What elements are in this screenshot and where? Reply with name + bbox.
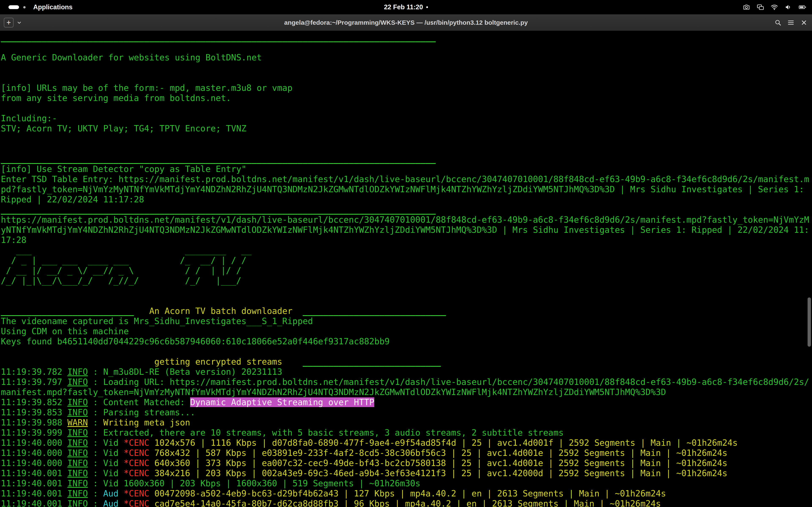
- close-button[interactable]: [800, 19, 808, 26]
- terminal-line: https://manifest.prod.boltdns.net/manife…: [1, 215, 812, 245]
- terminal-line: /_/ |_|\__/\___/_/ /_//_/ /_/ |___/: [1, 276, 812, 286]
- terminal-viewport[interactable]: ________________________________________…: [0, 31, 812, 507]
- search-button[interactable]: [774, 19, 781, 26]
- terminal-line: __________________________ An Acorn TV b…: [1, 306, 812, 316]
- search-icon: [774, 19, 781, 26]
- wifi-icon: [770, 3, 778, 11]
- terminal-output: ________________________________________…: [0, 31, 812, 507]
- terminal-line: 11:19:40.000 INFO : Vid *CENC 640x360 | …: [1, 458, 812, 468]
- workspace-active-pill-icon: [8, 5, 19, 9]
- close-icon: [800, 19, 808, 26]
- terminal-line: ___ ________ __: [1, 245, 812, 255]
- terminal-line: [1, 62, 812, 73]
- terminal-line: [1, 286, 812, 296]
- terminal-line: / _ | ___ ___ ____ ___ /_ __/ | / /: [1, 255, 812, 265]
- terminal-line: 11:19:40.001 INFO : Vid *CENC 384x216 | …: [1, 468, 812, 478]
- terminal-line: Including:-: [1, 113, 812, 123]
- terminal-line: STV; Acorn TV; UKTV Play; TG4; TPTV Enco…: [1, 123, 812, 133]
- terminal-line: [1, 144, 812, 154]
- volume-icon: [784, 3, 792, 11]
- clock-menu[interactable]: 22 Feb 11:20: [384, 0, 428, 14]
- terminal-line: Keys found b4651140dd7044229c96c6b587946…: [1, 336, 812, 346]
- chevron-down-icon: [16, 19, 22, 26]
- workspace-dot-icon: [23, 6, 26, 8]
- terminal-line: from any site serving media from boltdns…: [1, 93, 812, 103]
- terminal-line: getting encrypted streams ______________…: [1, 356, 812, 367]
- terminal-line: 11:19:39.853 INFO : Parsing streams...: [1, 407, 812, 417]
- system-status-area[interactable]: [743, 3, 812, 11]
- terminal-line: [1, 42, 812, 52]
- plus-icon: +: [6, 19, 11, 26]
- battery-icon: [799, 4, 807, 11]
- clock-label: 22 Feb 11:20: [384, 3, 423, 11]
- terminal-line: [info] URLs may be of the form:- mpd, ma…: [1, 83, 812, 93]
- terminal-line: A Generic Downloader for websites using …: [1, 52, 812, 62]
- terminal-line: 11:19:40.000 INFO : Vid *CENC 768x432 | …: [1, 448, 812, 458]
- terminal-line: 11:19:39.999 INFO : Extracted, there are…: [1, 428, 812, 438]
- terminal-line: ________________________________________…: [1, 205, 812, 215]
- workspace-indicator[interactable]: [8, 5, 26, 9]
- gnome-top-bar: Applications 22 Feb 11:20: [0, 0, 812, 14]
- terminal-line: / __ |/ __/ _ \/ __// _ \ / / | |/ /: [1, 265, 812, 276]
- terminal-line: [1, 103, 812, 113]
- terminal-line: 11:19:39.852 INFO : Content Matched: Dyn…: [1, 397, 812, 407]
- terminal-line: Using CDM on this machine: [1, 326, 812, 336]
- new-tab-button[interactable]: +: [4, 18, 13, 27]
- notification-dot-icon: [426, 6, 428, 8]
- terminal-line: [1, 346, 812, 356]
- new-tab-dropdown-button[interactable]: [16, 19, 22, 26]
- scrollbar-thumb[interactable]: [808, 297, 811, 347]
- terminal-line: 11:19:39.988 WARN : Writing meta json: [1, 417, 812, 428]
- terminal-line: [1, 133, 812, 144]
- terminal-line: 11:19:40.000 INFO : Vid *CENC 1024x576 |…: [1, 438, 812, 448]
- screen-share-icon: [757, 3, 764, 11]
- applications-menu[interactable]: Applications: [33, 3, 72, 11]
- hamburger-menu-icon: [787, 19, 795, 26]
- terminal-line: The videoname captured is Mrs_Sidhu_Inve…: [1, 316, 812, 326]
- terminal-line: ________________________________________…: [1, 154, 812, 164]
- terminal-line: ________________________________________…: [1, 32, 812, 42]
- terminal-line: [1, 73, 812, 83]
- terminal-line: [1, 296, 812, 306]
- terminal-line: [info] Use Stream Detector "copy as Tabl…: [1, 164, 812, 174]
- terminal-line: 11:19:39.782 INFO : N_m3u8DL-RE (Beta ve…: [1, 367, 812, 377]
- terminal-line: 11:19:40.001 INFO : Vid 1600x360 | 203 K…: [1, 478, 812, 489]
- terminal-line: 11:19:40.001 INFO : Aud *CENC cad7e5e4-1…: [1, 499, 812, 507]
- terminal-line: 11:19:40.001 INFO : Aud *CENC 00472098-a…: [1, 489, 812, 499]
- menu-button[interactable]: [787, 19, 795, 26]
- desktop: Applications 22 Feb 11:20: [0, 0, 812, 507]
- terminal-line: Enter TSD Table Entry: https://manifest.…: [1, 174, 812, 205]
- terminal-window: + angela@fedora:~/Programming/WKS-KEYS —…: [0, 14, 812, 507]
- terminal-header-bar[interactable]: + angela@fedora:~/Programming/WKS-KEYS —…: [0, 14, 812, 31]
- terminal-line: 11:19:39.797 INFO : Loading URL: https:/…: [1, 377, 812, 397]
- camera-icon: [743, 3, 750, 11]
- terminal-title: angela@fedora:~/Programming/WKS-KEYS — /…: [284, 19, 528, 26]
